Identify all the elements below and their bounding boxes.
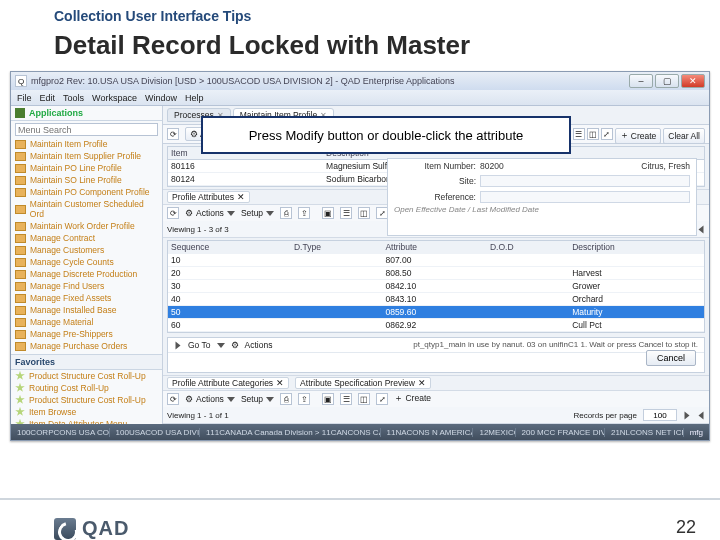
- actions-button[interactable]: ⚙ Actions: [185, 394, 235, 404]
- menu-edit[interactable]: Edit: [40, 93, 56, 103]
- status-segment[interactable]: 100CORPCONS USA CORP C…: [11, 428, 110, 437]
- nav-item[interactable]: Maintain Work Order Profile: [11, 220, 162, 232]
- nav-item[interactable]: Maintain PO Line Profile: [11, 162, 162, 174]
- fav-item[interactable]: Product Structure Cost Roll-Up: [11, 394, 162, 406]
- rpp-input[interactable]: [643, 409, 677, 421]
- menu-help[interactable]: Help: [185, 93, 204, 103]
- fav-item[interactable]: Routing Cost Roll-Up: [11, 382, 162, 394]
- view-list-icon[interactable]: ☰: [340, 393, 352, 405]
- print-icon[interactable]: ⎙: [280, 393, 292, 405]
- table-row[interactable]: 300842.10Grower: [168, 280, 704, 293]
- fav-item-label: Product Structure Cost Roll-Up: [29, 395, 146, 405]
- view-split-icon[interactable]: ◫: [358, 207, 370, 219]
- label-item-number: Item Number:: [394, 161, 476, 171]
- cancel-button[interactable]: Cancel: [646, 350, 696, 366]
- nav-item[interactable]: Manage Fixed Assets: [11, 292, 162, 304]
- refresh-icon[interactable]: ⟳: [167, 393, 179, 405]
- actions-button[interactable]: ⚙ Actions: [185, 208, 235, 218]
- menu-file[interactable]: File: [17, 93, 32, 103]
- page-next-icon[interactable]: [699, 411, 704, 419]
- nav-item[interactable]: Maintain SO Line Profile: [11, 174, 162, 186]
- tab-attribute-spec-preview[interactable]: Attribute Specification Preview ✕: [295, 377, 431, 389]
- nav-item[interactable]: Maintain Item Supplier Profile: [11, 150, 162, 162]
- col-header[interactable]: D.Type: [291, 241, 382, 254]
- view-split-icon[interactable]: ◫: [587, 128, 599, 140]
- status-segment[interactable]: 12MEXICO: [473, 428, 515, 437]
- nav-header-applications[interactable]: Applications: [11, 106, 162, 121]
- nav-item[interactable]: Manage Find Users: [11, 280, 162, 292]
- status-segment[interactable]: 21NLCONS NET ICELAN: [605, 428, 684, 437]
- window-maximize-button[interactable]: ▢: [655, 74, 679, 88]
- status-segment[interactable]: 111CANADA Canada Division > 11CANCONS CA…: [200, 428, 381, 437]
- brand-logo: QAD: [54, 517, 129, 540]
- view-grid-icon[interactable]: ▣: [322, 393, 334, 405]
- nav-item[interactable]: Manage Contract: [11, 232, 162, 244]
- nav-item[interactable]: Manage Customers: [11, 244, 162, 256]
- nav-item[interactable]: Manage Discrete Production: [11, 268, 162, 280]
- expand-icon[interactable]: ⤢: [376, 393, 388, 405]
- nav-item[interactable]: Maintain PO Component Profile: [11, 186, 162, 198]
- view-split-icon[interactable]: ◫: [358, 393, 370, 405]
- viewing-text: Viewing 1 - 3 of 3: [167, 225, 229, 234]
- menu-search-input[interactable]: [15, 123, 158, 136]
- tab-profile-attribute-categories[interactable]: Profile Attribute Categories ✕: [167, 377, 289, 389]
- menu-workspace[interactable]: Workspace: [92, 93, 137, 103]
- page-next-icon[interactable]: [699, 225, 704, 233]
- nav-item[interactable]: Manage Installed Base: [11, 304, 162, 316]
- export-icon[interactable]: ⇪: [298, 393, 310, 405]
- print-icon[interactable]: ⎙: [280, 207, 292, 219]
- status-segment[interactable]: 11NACONS N AMERICA CO…: [381, 428, 474, 437]
- close-icon[interactable]: ✕: [237, 192, 245, 202]
- setup-button[interactable]: Setup: [241, 208, 274, 218]
- refresh-icon[interactable]: ⟳: [167, 128, 179, 140]
- export-icon[interactable]: ⇪: [298, 207, 310, 219]
- view-grid-icon[interactable]: ▣: [322, 207, 334, 219]
- chevron-down-icon: [266, 211, 274, 216]
- view-list-icon[interactable]: ☰: [340, 207, 352, 219]
- table-row[interactable]: 20808.50Harvest: [168, 267, 704, 280]
- window-close-button[interactable]: ✕: [681, 74, 705, 88]
- nav-header-favorites[interactable]: Favorites: [11, 354, 162, 370]
- col-header[interactable]: Description: [569, 241, 704, 254]
- folder-icon: [15, 188, 26, 197]
- close-icon[interactable]: ✕: [418, 378, 426, 388]
- create-button[interactable]: ＋ Create: [615, 128, 662, 144]
- chevron-down-icon: [227, 211, 235, 216]
- table-row[interactable]: 600862.92Cull Pct: [168, 319, 704, 332]
- table-row[interactable]: 500859.60Maturity: [168, 306, 704, 319]
- menu-tools[interactable]: Tools: [63, 93, 84, 103]
- status-segment[interactable]: 200 MCC FRANCE DIVISION: [516, 428, 605, 437]
- page-prev-icon[interactable]: [685, 411, 690, 419]
- input-site[interactable]: [480, 175, 690, 187]
- refresh-icon[interactable]: ⟳: [167, 207, 179, 219]
- nav-item[interactable]: Maintain Item Profile: [11, 138, 162, 150]
- attribute-grid[interactable]: SequenceD.TypeAttributeD.O.DDescription1…: [167, 240, 705, 333]
- menu-window[interactable]: Window: [145, 93, 177, 103]
- col-header[interactable]: Attribute: [382, 241, 487, 254]
- table-row[interactable]: 400843.10Orchard: [168, 293, 704, 306]
- nav-item[interactable]: Manage Cycle Counts: [11, 256, 162, 268]
- setup-button[interactable]: Setup: [241, 394, 274, 404]
- col-header[interactable]: Sequence: [168, 241, 291, 254]
- window-minimize-button[interactable]: –: [629, 74, 653, 88]
- clear-all-button[interactable]: Clear All: [663, 128, 705, 144]
- status-segment[interactable]: 100USACOD USA DIVISION2: [110, 428, 200, 437]
- fav-item[interactable]: Item Browse: [11, 406, 162, 418]
- star-icon: [15, 419, 25, 424]
- qad-logo-icon: [54, 518, 76, 540]
- item-detail-form: Item Number: 80200 Citrus, Fresh Site: R…: [387, 158, 697, 236]
- expand-icon[interactable]: ⤢: [601, 128, 613, 140]
- nav-item[interactable]: Manage Pre-Shippers: [11, 328, 162, 340]
- close-icon[interactable]: ✕: [276, 378, 284, 388]
- fav-item[interactable]: Product Structure Cost Roll-Up: [11, 370, 162, 382]
- create-button[interactable]: ＋ Create: [394, 393, 431, 405]
- fav-item[interactable]: Item Data Attributes Menu: [11, 418, 162, 424]
- nav-item[interactable]: Manage Material: [11, 316, 162, 328]
- nav-item[interactable]: Manage Purchase Orders: [11, 340, 162, 352]
- view-list-icon[interactable]: ☰: [573, 128, 585, 140]
- table-row[interactable]: 10807.00: [168, 254, 704, 267]
- col-header[interactable]: D.O.D: [487, 241, 569, 254]
- nav-item[interactable]: Maintain Customer Scheduled Ord: [11, 198, 162, 220]
- tab-profile-attributes[interactable]: Profile Attributes ✕: [167, 191, 250, 203]
- input-reference[interactable]: [480, 191, 690, 203]
